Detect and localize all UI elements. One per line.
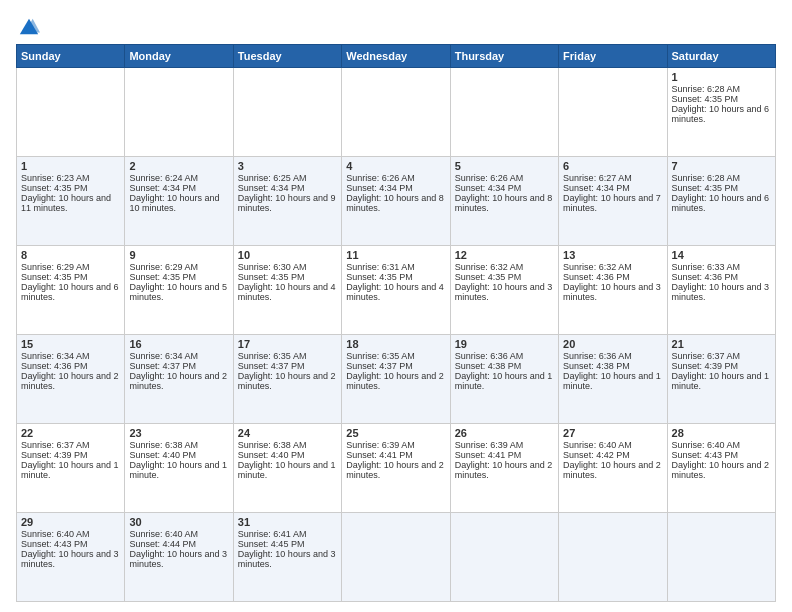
day-number: 1 — [21, 160, 120, 172]
calendar-cell — [450, 513, 558, 602]
day-info: Sunrise: 6:34 AMSunset: 4:36 PMDaylight:… — [21, 351, 119, 391]
calendar-table: SundayMondayTuesdayWednesdayThursdayFrid… — [16, 44, 776, 602]
day-number: 18 — [346, 338, 445, 350]
day-number: 25 — [346, 427, 445, 439]
calendar-cell: 13Sunrise: 6:32 AMSunset: 4:36 PMDayligh… — [559, 246, 667, 335]
day-header-saturday: Saturday — [667, 45, 775, 68]
calendar-cell: 3Sunrise: 6:25 AMSunset: 4:34 PMDaylight… — [233, 157, 341, 246]
day-info: Sunrise: 6:29 AMSunset: 4:35 PMDaylight:… — [21, 262, 119, 302]
day-number: 27 — [563, 427, 662, 439]
calendar-cell: 15Sunrise: 6:34 AMSunset: 4:36 PMDayligh… — [17, 335, 125, 424]
page: SundayMondayTuesdayWednesdayThursdayFrid… — [0, 0, 792, 612]
day-number: 6 — [563, 160, 662, 172]
day-info: Sunrise: 6:25 AMSunset: 4:34 PMDaylight:… — [238, 173, 336, 213]
day-number: 17 — [238, 338, 337, 350]
day-number: 20 — [563, 338, 662, 350]
header — [16, 16, 776, 34]
calendar-cell: 8Sunrise: 6:29 AMSunset: 4:35 PMDaylight… — [17, 246, 125, 335]
calendar-cell — [342, 513, 450, 602]
day-info: Sunrise: 6:28 AMSunset: 4:35 PMDaylight:… — [672, 84, 770, 124]
day-number: 2 — [129, 160, 228, 172]
calendar-cell: 9Sunrise: 6:29 AMSunset: 4:35 PMDaylight… — [125, 246, 233, 335]
day-info: Sunrise: 6:40 AMSunset: 4:44 PMDaylight:… — [129, 529, 227, 569]
calendar-cell: 20Sunrise: 6:36 AMSunset: 4:38 PMDayligh… — [559, 335, 667, 424]
calendar-cell: 16Sunrise: 6:34 AMSunset: 4:37 PMDayligh… — [125, 335, 233, 424]
calendar-cell: 23Sunrise: 6:38 AMSunset: 4:40 PMDayligh… — [125, 424, 233, 513]
calendar-cell: 21Sunrise: 6:37 AMSunset: 4:39 PMDayligh… — [667, 335, 775, 424]
day-number: 5 — [455, 160, 554, 172]
calendar-cell: 19Sunrise: 6:36 AMSunset: 4:38 PMDayligh… — [450, 335, 558, 424]
day-info: Sunrise: 6:29 AMSunset: 4:35 PMDaylight:… — [129, 262, 227, 302]
day-number: 9 — [129, 249, 228, 261]
day-info: Sunrise: 6:35 AMSunset: 4:37 PMDaylight:… — [346, 351, 444, 391]
day-header-sunday: Sunday — [17, 45, 125, 68]
calendar-header-row: SundayMondayTuesdayWednesdayThursdayFrid… — [17, 45, 776, 68]
day-info: Sunrise: 6:26 AMSunset: 4:34 PMDaylight:… — [346, 173, 444, 213]
day-info: Sunrise: 6:38 AMSunset: 4:40 PMDaylight:… — [238, 440, 336, 480]
calendar-cell — [667, 513, 775, 602]
day-number: 24 — [238, 427, 337, 439]
day-info: Sunrise: 6:35 AMSunset: 4:37 PMDaylight:… — [238, 351, 336, 391]
day-number: 22 — [21, 427, 120, 439]
calendar-cell: 10Sunrise: 6:30 AMSunset: 4:35 PMDayligh… — [233, 246, 341, 335]
calendar-cell — [450, 68, 558, 157]
day-info: Sunrise: 6:39 AMSunset: 4:41 PMDaylight:… — [455, 440, 553, 480]
day-info: Sunrise: 6:27 AMSunset: 4:34 PMDaylight:… — [563, 173, 661, 213]
day-info: Sunrise: 6:28 AMSunset: 4:35 PMDaylight:… — [672, 173, 770, 213]
day-number: 11 — [346, 249, 445, 261]
calendar-cell: 6Sunrise: 6:27 AMSunset: 4:34 PMDaylight… — [559, 157, 667, 246]
day-info: Sunrise: 6:40 AMSunset: 4:43 PMDaylight:… — [672, 440, 770, 480]
day-info: Sunrise: 6:23 AMSunset: 4:35 PMDaylight:… — [21, 173, 111, 213]
calendar-cell: 17Sunrise: 6:35 AMSunset: 4:37 PMDayligh… — [233, 335, 341, 424]
day-info: Sunrise: 6:37 AMSunset: 4:39 PMDaylight:… — [21, 440, 119, 480]
day-info: Sunrise: 6:24 AMSunset: 4:34 PMDaylight:… — [129, 173, 219, 213]
day-number: 30 — [129, 516, 228, 528]
calendar-cell: 1Sunrise: 6:23 AMSunset: 4:35 PMDaylight… — [17, 157, 125, 246]
day-header-friday: Friday — [559, 45, 667, 68]
calendar-cell: 5Sunrise: 6:26 AMSunset: 4:34 PMDaylight… — [450, 157, 558, 246]
calendar-cell: 11Sunrise: 6:31 AMSunset: 4:35 PMDayligh… — [342, 246, 450, 335]
calendar-cell: 14Sunrise: 6:33 AMSunset: 4:36 PMDayligh… — [667, 246, 775, 335]
calendar-cell: 12Sunrise: 6:32 AMSunset: 4:35 PMDayligh… — [450, 246, 558, 335]
calendar-cell — [559, 513, 667, 602]
day-info: Sunrise: 6:39 AMSunset: 4:41 PMDaylight:… — [346, 440, 444, 480]
calendar-cell: 31Sunrise: 6:41 AMSunset: 4:45 PMDayligh… — [233, 513, 341, 602]
day-info: Sunrise: 6:41 AMSunset: 4:45 PMDaylight:… — [238, 529, 336, 569]
calendar-cell — [125, 68, 233, 157]
day-number: 10 — [238, 249, 337, 261]
calendar-cell — [233, 68, 341, 157]
day-number: 1 — [672, 71, 771, 83]
calendar-cell: 18Sunrise: 6:35 AMSunset: 4:37 PMDayligh… — [342, 335, 450, 424]
day-number: 26 — [455, 427, 554, 439]
calendar-cell — [559, 68, 667, 157]
day-info: Sunrise: 6:40 AMSunset: 4:42 PMDaylight:… — [563, 440, 661, 480]
calendar-cell — [342, 68, 450, 157]
calendar-cell: 30Sunrise: 6:40 AMSunset: 4:44 PMDayligh… — [125, 513, 233, 602]
day-info: Sunrise: 6:32 AMSunset: 4:35 PMDaylight:… — [455, 262, 553, 302]
calendar-cell: 7Sunrise: 6:28 AMSunset: 4:35 PMDaylight… — [667, 157, 775, 246]
day-number: 3 — [238, 160, 337, 172]
day-number: 28 — [672, 427, 771, 439]
day-header-thursday: Thursday — [450, 45, 558, 68]
calendar-cell: 1Sunrise: 6:28 AMSunset: 4:35 PMDaylight… — [667, 68, 775, 157]
day-number: 4 — [346, 160, 445, 172]
day-number: 31 — [238, 516, 337, 528]
calendar-cell: 22Sunrise: 6:37 AMSunset: 4:39 PMDayligh… — [17, 424, 125, 513]
day-number: 15 — [21, 338, 120, 350]
calendar-week-row: 1Sunrise: 6:23 AMSunset: 4:35 PMDaylight… — [17, 157, 776, 246]
calendar-cell: 28Sunrise: 6:40 AMSunset: 4:43 PMDayligh… — [667, 424, 775, 513]
calendar-cell — [17, 68, 125, 157]
day-number: 14 — [672, 249, 771, 261]
day-number: 7 — [672, 160, 771, 172]
day-info: Sunrise: 6:36 AMSunset: 4:38 PMDaylight:… — [563, 351, 661, 391]
day-header-wednesday: Wednesday — [342, 45, 450, 68]
calendar-cell: 2Sunrise: 6:24 AMSunset: 4:34 PMDaylight… — [125, 157, 233, 246]
calendar-cell: 27Sunrise: 6:40 AMSunset: 4:42 PMDayligh… — [559, 424, 667, 513]
day-number: 16 — [129, 338, 228, 350]
day-info: Sunrise: 6:37 AMSunset: 4:39 PMDaylight:… — [672, 351, 770, 391]
day-header-tuesday: Tuesday — [233, 45, 341, 68]
logo — [16, 16, 40, 34]
calendar-cell: 26Sunrise: 6:39 AMSunset: 4:41 PMDayligh… — [450, 424, 558, 513]
logo-icon — [18, 16, 40, 38]
day-number: 23 — [129, 427, 228, 439]
